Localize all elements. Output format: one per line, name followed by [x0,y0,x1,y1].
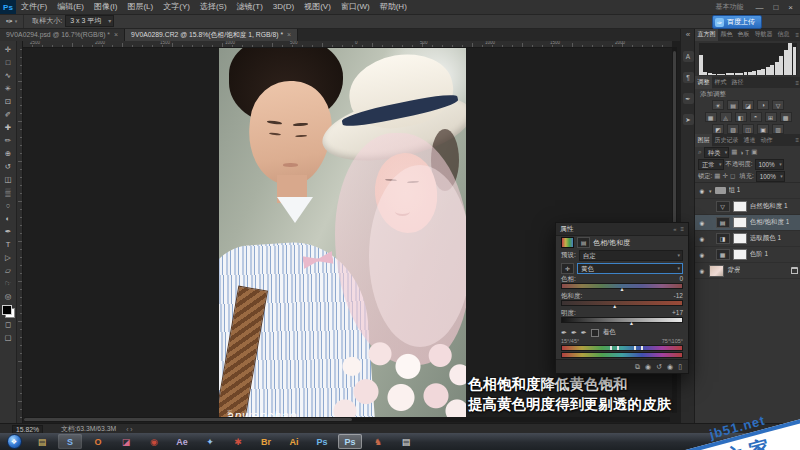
horizontal-scrollbar[interactable] [24,417,670,422]
collapsed-character-panel-icon[interactable]: A [683,51,694,62]
filter-adjust-icon[interactable]: ◑ [739,149,743,156]
eye-icon[interactable]: ◉ [698,252,706,258]
menu-item-5[interactable]: 选择(S) [195,0,232,14]
slider-thumb[interactable]: ▲ [612,304,617,309]
history-brush-tool[interactable]: ↺ [1,160,15,173]
layer-name[interactable]: 背景 [727,266,740,275]
minimize-button[interactable]: — [751,3,767,12]
adjustment-icon-1-5[interactable]: ▩ [780,112,792,122]
lock-all-icon[interactable]: ◻ [730,172,735,180]
tab-3[interactable]: 导航器 [752,28,775,41]
color-chips[interactable] [2,305,15,318]
adjustment-icon-2-0[interactable]: ◩ [712,124,724,134]
menu-item-7[interactable]: 3D(D) [268,0,299,14]
status-arrows[interactable]: ‹ › [126,426,132,433]
layers-tab-0[interactable]: 图层 [695,134,712,147]
menu-item-2[interactable]: 图像(I) [89,0,123,14]
document-tab-0[interactable]: 9V0A0294.psd @ 16.7%(RGB/8) *× [0,28,125,41]
channel-select[interactable]: 黄色 [577,263,683,274]
foreground-color-chip[interactable] [2,305,12,315]
adjustment-icon-0-2[interactable]: ◪ [742,100,754,110]
menu-item-6[interactable]: 滤镜(T) [232,0,268,14]
tab-4[interactable]: 信息 [775,28,792,41]
sogou-browser-icon[interactable]: S [58,434,82,449]
path-select-tool[interactable]: ▷ [1,251,15,264]
photoshop-icon[interactable]: Ps [310,434,334,449]
orange-app-icon[interactable]: O [86,434,110,449]
adjust-tab-2[interactable]: 路径 [729,76,746,89]
workspace-label[interactable]: 基本功能 [715,2,743,12]
panel-menu-icon[interactable]: ≡ [795,32,800,38]
blur-tool[interactable]: ○ [1,199,15,212]
eyedropper-tool[interactable]: ✐ [1,108,15,121]
illustrator-icon[interactable]: Ai [282,434,306,449]
canvas-photo[interactable]: anwenchao 安文超 高端摄影 [219,47,466,417]
menu-item-9[interactable]: 窗口(W) [336,0,375,14]
eyedropper-plus-icon[interactable]: ✒ [571,329,577,337]
adjustment-icon-1-4[interactable]: ⊞ [765,112,777,122]
eye-icon[interactable]: ◉ [698,220,706,226]
hue-slider-track[interactable]: ▲ [561,283,683,289]
layers-tab-2[interactable]: 通道 [741,134,758,147]
tab-0[interactable]: 直方图 [695,28,718,41]
layer-name[interactable]: 自然饱和度 1 [750,202,788,211]
hand-tool[interactable]: ☞ [1,277,15,290]
lasso-tool[interactable]: ∿ [1,69,15,82]
adjustment-icon-0-1[interactable]: ▤ [727,100,739,110]
adjustment-thumb[interactable]: ◨ [716,233,730,244]
blue-app-icon[interactable]: ✦ [198,434,222,449]
eye-icon[interactable]: ◉ [698,188,706,194]
layer-mask-thumb[interactable] [733,217,747,228]
adjustment-icon-0-3[interactable]: ◑ [757,100,769,110]
gradient-tool[interactable]: ▒ [1,186,15,199]
slider-thumb[interactable]: ▲ [620,287,625,292]
group-caret-icon[interactable]: ▾ [709,188,712,194]
filter-shape-icon[interactable]: ▣ [751,148,757,156]
magic-wand-tool[interactable]: ✳ [1,82,15,95]
start-button[interactable]: ❖ [2,434,26,449]
layer-name[interactable]: 组 1 [729,186,741,195]
layer-row-1[interactable]: ▽自然饱和度 1 [695,199,800,215]
zoom-tool[interactable]: ◎ [1,290,15,303]
hscroll-thumb[interactable] [24,418,352,421]
previous-state-icon[interactable]: ◉ [645,363,651,371]
layers-tab-3[interactable]: 动作 [758,134,775,147]
move-tool[interactable]: ✛ [1,43,15,56]
adjust-tab-0[interactable]: 调整 [695,76,712,89]
maximize-button[interactable]: □ [769,3,782,12]
filter-pixel-icon[interactable]: ▦ [731,148,737,156]
preset-select[interactable]: 自定 [579,250,683,261]
layer-filter-select[interactable]: 种类 [704,147,730,158]
adjustment-icon-1-2[interactable]: ◧ [735,112,747,122]
screen-mode-icon[interactable]: ▢ [1,331,15,344]
current-tool-chip[interactable]: ✑ ▾ [0,14,24,28]
adjustment-icon-1-1[interactable]: ◬ [720,112,732,122]
adjust-tab-1[interactable]: 样式 [712,76,729,89]
shape-tool[interactable]: ▱ [1,264,15,277]
collapsed-pen-panel-icon[interactable]: ✒ [683,93,694,104]
layer-row-0[interactable]: ◉▾组 1 [695,183,800,199]
reset-icon[interactable]: ↺ [656,363,662,371]
adjustment-thumb[interactable]: ▦ [716,249,730,260]
filter-type-icon[interactable]: T [745,149,749,156]
panel-menu-icon[interactable]: ≡ [680,226,684,232]
collapsed-brush-panel-icon[interactable]: ➤ [683,114,694,125]
layer-mask-thumb[interactable] [733,233,747,244]
menu-item-4[interactable]: 文字(Y) [158,0,195,14]
pen-tool[interactable]: ✒ [1,225,15,238]
gear-app-icon[interactable]: ✱ [226,434,250,449]
adjustment-icon-1-0[interactable]: ▦ [705,112,717,122]
adjustment-thumb[interactable]: ▽ [716,201,730,212]
layer-name[interactable]: 色阶 1 [750,250,768,259]
range-marker[interactable] [617,346,619,350]
dodge-tool[interactable]: ◐ [1,212,15,225]
photoshop-active-icon[interactable]: Ps [338,434,362,449]
bridge-icon[interactable]: Br [254,434,278,449]
adjustment-icon-2-1[interactable]: ▨ [727,124,739,134]
eraser-tool[interactable]: ◫ [1,173,15,186]
adjustment-icon-2-4[interactable]: ▥ [772,124,784,134]
adjustment-thumb[interactable]: ▤ [716,217,730,228]
visibility-icon[interactable]: ◉ [667,363,673,371]
tab-1[interactable]: 颜色 [718,28,735,41]
menu-item-3[interactable]: 图层(L) [122,0,158,14]
